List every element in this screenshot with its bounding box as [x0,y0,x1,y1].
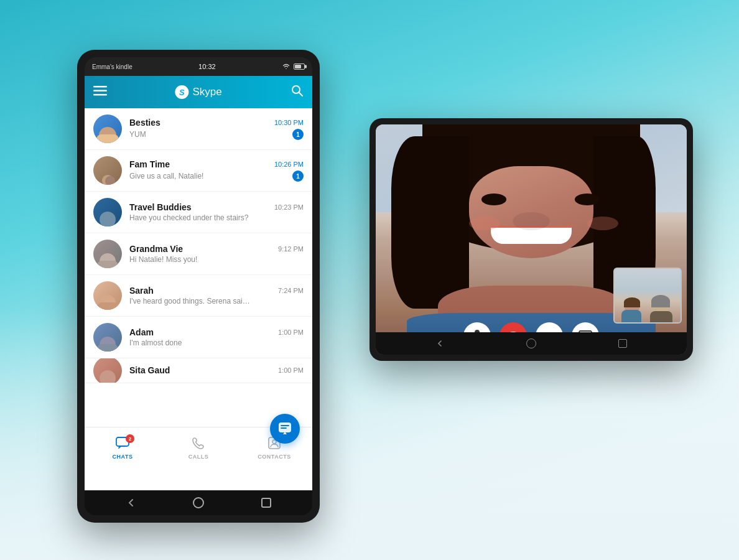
thumb-background [615,269,681,322]
chat-content: Sarah 7:24 PM I've heard good things. Se… [129,286,304,306]
nav-label-contacts: CONTACTS [258,454,290,460]
chat-preview: YUM [129,130,146,139]
nav-label-calls: CALLS [188,454,209,460]
tablet-left-screen: Emma's kindle 10:32 [85,57,312,515]
status-bar: Emma's kindle 10:32 [85,57,312,76]
menu-icon[interactable] [93,86,111,99]
chat-preview: Hi Natalie! Miss you! [129,255,197,264]
app-screen: S Skype [85,76,312,490]
chat-item[interactable]: Travel Buddies 10:23 PM Have you checked… [85,192,312,233]
back-button[interactable] [122,494,139,511]
svg-rect-0 [93,86,107,88]
battery-icon [294,63,305,70]
wifi-icon [282,63,290,70]
chat-name: Adam [129,327,154,337]
nav-item-calls[interactable]: CALLS [160,433,236,460]
chat-time: 1:00 PM [278,329,304,336]
nav-label-chats: CHATS [113,454,133,460]
chat-time: 1:00 PM [278,366,304,374]
chat-time: 10:26 PM [274,161,304,168]
chat-item[interactable]: Sarah 7:24 PM I've heard good things. Se… [85,275,312,317]
chat-content: Sita Gaud 1:00 PM [129,365,304,376]
tablet-right [370,118,693,361]
svg-line-4 [299,92,303,96]
chat-name: Travel Buddies [129,202,192,212]
avatar [93,198,122,226]
android-nav-right [376,332,687,355]
skype-logo: S [175,85,188,99]
search-icon[interactable] [291,85,304,100]
chat-name: Fam Time [129,159,170,169]
nav-item-chats[interactable]: 2 CHATS [85,433,160,460]
avatar [93,323,122,352]
chat-time: 9:12 PM [278,245,304,253]
chat-preview: I've heard good things. Serena said she.… [129,297,254,306]
chats-badge: 2 [126,434,134,443]
chat-content: Grandma Vie 9:12 PM Hi Natalie! Miss you… [129,244,304,264]
avatar [93,240,122,268]
chat-item[interactable]: Sita Gaud 1:00 PM [85,358,312,383]
tablet-left: Emma's kindle 10:32 [77,50,320,523]
chat-content: Adam 1:00 PM I'm almost done [129,327,304,347]
skype-header: S Skype [85,76,312,108]
avatar [93,358,122,383]
svg-rect-1 [93,90,107,91]
chat-item[interactable]: Fam Time 10:26 PM Give us a call, Natali… [85,150,312,192]
chat-preview: Give us a call, Natalie! [129,172,203,180]
scene: Emma's kindle 10:32 [27,25,712,535]
chat-content: Besties 10:30 PM YUM 1 [129,118,304,140]
chat-name: Besties [129,118,160,128]
avatar [93,114,122,143]
app-title: S Skype [175,85,221,99]
video-call-screen [376,124,687,355]
calls-icon [192,437,205,452]
chat-content: Fam Time 10:26 PM Give us a call, Natali… [129,159,304,182]
avatar [93,156,122,185]
android-nav-left [85,490,312,515]
video-thumbnail [613,268,682,324]
chat-time: 10:30 PM [274,119,304,126]
chat-item[interactable]: Adam 1:00 PM I'm almost done [85,317,312,358]
chat-name: Grandma Vie [129,244,183,254]
chat-preview: Have you checked under the stairs? [129,213,248,222]
chat-name: Sarah [129,286,154,296]
chat-time: 7:24 PM [278,287,304,294]
home-button-right[interactable] [523,335,540,352]
chat-preview: I'm almost done [129,338,182,347]
chat-item[interactable]: Grandma Vie 9:12 PM Hi Natalie! Miss you… [85,233,312,275]
chat-item[interactable]: Besties 10:30 PM YUM 1 [85,108,312,150]
svg-rect-5 [279,422,291,432]
compose-button[interactable] [270,414,300,444]
home-button[interactable] [190,494,207,511]
unread-badge: 1 [292,170,304,182]
chat-name: Sita Gaud [129,365,170,375]
avatar [93,281,122,310]
chat-time: 10:23 PM [274,203,304,211]
recents-button-right[interactable] [614,335,631,352]
unread-badge: 1 [292,129,304,140]
chats-badge-wrap: 2 [116,437,129,452]
device-name: Emma's kindle [92,63,132,70]
svg-rect-2 [93,94,107,96]
recents-button[interactable] [258,494,275,511]
back-button-right[interactable] [431,335,449,352]
status-icons [282,63,305,70]
chat-content: Travel Buddies 10:23 PM Have you checked… [129,202,304,222]
tablet-right-screen [376,124,687,355]
status-time: 10:32 [198,63,216,70]
